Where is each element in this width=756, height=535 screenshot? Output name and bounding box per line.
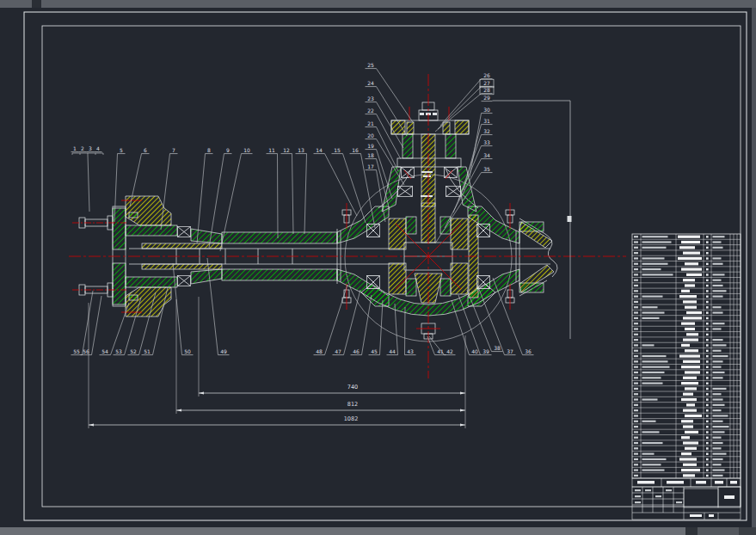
top-toolbar-strip[interactable]: [0, 0, 756, 8]
bom-row: [634, 284, 723, 286]
svg-text:37: 37: [507, 348, 513, 354]
svg-text:4: 4: [96, 145, 100, 151]
bom-row: [634, 328, 722, 330]
bom-row: [634, 349, 722, 352]
bottom-status-strip[interactable]: [0, 527, 756, 535]
bom-row: [634, 257, 722, 260]
bom-row: [634, 452, 727, 455]
callout-54: 54: [100, 303, 130, 355]
svg-text:27: 27: [483, 80, 490, 86]
dimension-740: 740: [199, 384, 465, 395]
dimension-1082: 1082: [89, 415, 465, 427]
cad-drawing-viewport[interactable]: 1234567891011121314151617181920212223242…: [0, 0, 756, 535]
svg-text:22: 22: [367, 108, 374, 114]
svg-text:15: 15: [334, 147, 341, 153]
bom-row: [634, 366, 722, 368]
callout-44: 44: [387, 304, 398, 355]
bom-row: [634, 398, 723, 401]
bom-row: [634, 274, 725, 276]
svg-text:17: 17: [367, 163, 374, 169]
callout-45: 45: [369, 300, 384, 355]
bom-parts-table[interactable]: [632, 234, 741, 520]
svg-text:8: 8: [207, 147, 211, 153]
callout-11: 11: [267, 147, 279, 238]
svg-text:812: 812: [347, 401, 358, 408]
bom-row: [634, 474, 723, 477]
callout-46: 46: [351, 295, 372, 355]
svg-text:38: 38: [494, 345, 501, 351]
callout-4: 4: [95, 145, 102, 152]
callout-29: 29: [482, 95, 572, 339]
svg-text:25: 25: [367, 62, 374, 68]
sheet-border: [24, 12, 747, 520]
bom-row: [634, 458, 723, 460]
bom-row: [634, 382, 709, 384]
bom-row: [634, 420, 723, 422]
callout-1: 1: [71, 145, 79, 152]
svg-text:46: 46: [353, 348, 360, 354]
svg-text:34: 34: [483, 152, 490, 158]
bom-row: [634, 425, 729, 427]
bom-row: [634, 436, 722, 439]
svg-text:53: 53: [115, 348, 122, 354]
svg-text:31: 31: [483, 118, 490, 124]
bom-row: [634, 317, 709, 319]
svg-text:20: 20: [367, 132, 374, 138]
bom-row: [634, 415, 728, 417]
callout-55: 55: [71, 291, 94, 355]
callout-8: 8: [197, 147, 213, 243]
svg-text:1082: 1082: [344, 415, 359, 422]
svg-text:32: 32: [483, 128, 490, 134]
callout-48: 48: [314, 285, 348, 355]
svg-text:23: 23: [367, 95, 374, 101]
bom-row: [634, 354, 728, 357]
svg-text:51: 51: [144, 348, 151, 354]
svg-text:7: 7: [172, 147, 175, 153]
bom-row: [634, 393, 722, 396]
svg-text:16: 16: [352, 147, 359, 153]
drive-axle-assembly-drawing[interactable]: [69, 74, 626, 378]
svg-text:52: 52: [130, 348, 137, 354]
callout-13: 13: [296, 147, 307, 234]
svg-text:54: 54: [101, 348, 108, 354]
title-block: [632, 478, 741, 520]
svg-text:39: 39: [482, 348, 489, 354]
right-scroll-strip[interactable]: [752, 8, 756, 527]
bom-row: [634, 371, 725, 373]
svg-text:9: 9: [226, 147, 230, 153]
dimension-812: 812: [176, 401, 465, 412]
bom-row: [634, 279, 722, 281]
cad-application-window: 1234567891011121314151617181920212223242…: [0, 0, 756, 535]
status-segment: [685, 527, 698, 535]
bom-row: [634, 441, 723, 444]
svg-text:740: 740: [347, 384, 358, 390]
svg-text:42: 42: [446, 348, 453, 354]
bom-row: [634, 295, 723, 298]
svg-text:55: 55: [73, 348, 80, 354]
bom-row: [634, 252, 709, 255]
callout-42: 42: [429, 336, 456, 355]
bom-row: [634, 323, 725, 325]
svg-text:40: 40: [471, 348, 478, 354]
bom-row: [634, 447, 722, 450]
bom-row: [634, 290, 727, 292]
bom-row: [634, 246, 723, 249]
status-segment: [698, 527, 739, 535]
svg-text:50: 50: [184, 348, 191, 354]
svg-text:48: 48: [316, 348, 323, 354]
bom-row: [634, 236, 725, 238]
svg-text:49: 49: [220, 348, 227, 354]
bom-row: [634, 241, 722, 243]
svg-text:1: 1: [73, 145, 77, 151]
callout-2: 2: [79, 145, 87, 152]
svg-text:11: 11: [268, 147, 275, 153]
svg-text:30: 30: [483, 107, 490, 113]
callout-12: 12: [281, 147, 294, 234]
bom-row: [634, 387, 727, 390]
svg-text:43: 43: [407, 348, 414, 354]
svg-text:44: 44: [389, 348, 396, 354]
svg-text:33: 33: [483, 139, 490, 145]
callout-group-1-4-bracket: [72, 153, 103, 212]
svg-text:24: 24: [367, 80, 374, 86]
svg-text:12: 12: [283, 147, 290, 153]
